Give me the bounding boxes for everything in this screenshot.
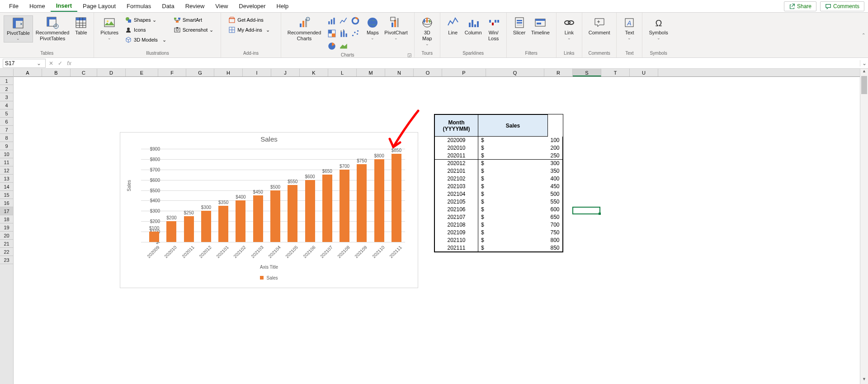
cell-currency[interactable]: $ [478,167,548,175]
table-row[interactable]: 202107$650 [435,213,563,221]
tab-view[interactable]: View [210,1,233,11]
column-header[interactable]: J [271,69,300,76]
column-header[interactable]: N [385,69,414,76]
row-header[interactable]: 17 [0,207,13,215]
cell-value[interactable]: 100 [548,137,563,144]
cell-currency[interactable]: $ [478,221,548,229]
cell-currency[interactable]: $ [478,183,548,190]
row-header[interactable]: 9 [0,142,13,150]
column-header[interactable]: T [601,69,630,76]
row-header[interactable]: 8 [0,134,13,142]
cell-value[interactable]: 450 [548,183,563,190]
table-row[interactable]: 202012$300 [435,160,563,167]
scatter-chart-icon[interactable] [351,29,360,38]
name-box[interactable]: ⌄ [3,59,46,68]
tab-formulas[interactable]: Formulas [121,1,156,11]
cell-currency[interactable]: $ [478,244,548,252]
cell-currency[interactable]: $ [478,206,548,213]
collapse-ribbon-icon[interactable]: ⌃ [862,33,865,38]
column-header[interactable]: G [186,69,214,76]
get-addins-button[interactable]: Get Add-ins [226,15,271,24]
formula-input[interactable] [74,60,860,66]
cell-value[interactable]: 300 [548,160,563,167]
cell-month[interactable]: 202108 [435,221,478,229]
row-header[interactable]: 21 [0,240,13,248]
cell-month[interactable]: 202109 [435,229,478,237]
sparkline-column-button[interactable]: Column [462,15,485,37]
cell-value[interactable]: 600 [548,206,563,213]
table-row[interactable]: 202101$350 [435,167,563,175]
icons-button[interactable]: Icons [123,25,168,34]
3d-models-button[interactable]: 3D Models⌄ [123,35,168,44]
row-header[interactable]: 14 [0,183,13,191]
column-header[interactable]: K [300,69,328,76]
cell-value[interactable]: 350 [548,167,563,175]
tab-review[interactable]: Review [180,1,210,11]
table-row[interactable]: 202011$250 [435,152,563,160]
cell-value[interactable]: 650 [548,213,563,221]
comments-button[interactable]: Comments [820,1,864,11]
column-header[interactable]: Q [486,69,544,76]
cell-month[interactable]: 202010 [435,144,478,152]
row-header[interactable]: 2 [0,85,13,93]
cell-currency[interactable]: $ [478,213,548,221]
table-button[interactable]: Table [72,15,90,37]
column-header[interactable]: C [71,69,97,76]
scrollbar-thumb[interactable] [861,76,867,94]
scroll-down-icon[interactable]: ▼ [860,377,868,384]
table-row[interactable]: 202102$400 [435,175,563,183]
charts-dialog-launcher[interactable]: ◲ [407,52,412,57]
row-header[interactable]: 11 [0,158,13,166]
cell-month[interactable]: 202106 [435,206,478,213]
row-header[interactable]: 7 [0,126,13,134]
cell-currency[interactable]: $ [478,190,548,198]
column-header[interactable]: M [357,69,385,76]
cancel-formula-icon[interactable]: ✕ [47,60,56,66]
column-header[interactable]: O [414,69,442,76]
row-header[interactable]: 1 [0,77,13,85]
table-row[interactable]: 202105$550 [435,198,563,206]
cell-currency[interactable]: $ [478,144,548,152]
cell-value[interactable]: 750 [548,229,563,237]
tab-file[interactable]: File [4,1,24,11]
cells-area[interactable]: Sales Sales $-$100$200$300$400$500$600$7… [14,77,860,384]
cell-month[interactable]: 202103 [435,183,478,190]
symbols-button[interactable]: ΩSymbols⌄ [646,15,670,42]
sparkline-line-button[interactable]: Line [444,15,462,37]
recommended-charts-button[interactable]: ? Recommended Charts [285,15,324,43]
row-header[interactable]: 10 [0,150,13,158]
recommended-pivot-button[interactable]: ? Recommended PivotTables [33,15,72,43]
row-header[interactable]: 23 [0,256,13,264]
cell-month[interactable]: 202104 [435,190,478,198]
tab-page-layout[interactable]: Page Layout [77,1,121,11]
table-row[interactable]: 202108$700 [435,221,563,229]
surface-chart-icon[interactable] [339,42,348,51]
row-header[interactable]: 12 [0,166,13,175]
cell-month[interactable]: 202111 [435,244,478,252]
table-row[interactable]: 202110$800 [435,237,563,244]
row-header[interactable]: 13 [0,175,13,183]
cell-currency[interactable]: $ [478,152,548,160]
text-button[interactable]: AText⌄ [620,15,638,42]
column-header[interactable]: P [442,69,486,76]
table-row[interactable]: 202106$600 [435,206,563,213]
maps-button[interactable]: Maps⌄ [363,15,382,42]
row-header[interactable]: 3 [0,93,13,101]
column-header[interactable]: B [42,69,71,76]
cell-value[interactable]: 850 [548,244,563,252]
comment-button[interactable]: Comment [586,15,613,37]
statistic-chart-icon[interactable] [339,29,348,38]
name-box-dropdown-icon[interactable]: ⌄ [35,60,43,66]
expand-formula-bar-icon[interactable]: ⌄ [860,60,868,66]
cell-value[interactable]: 200 [548,144,563,152]
row-header[interactable]: 5 [0,109,13,118]
row-header[interactable]: 20 [0,232,13,240]
tab-insert[interactable]: Insert [51,0,77,12]
table-row[interactable]: 202109$750 [435,229,563,237]
insert-function-icon[interactable]: fx [65,60,74,66]
pivot-chart-button[interactable]: PivotChart⌄ [382,15,410,42]
cell-month[interactable]: 202102 [435,175,478,183]
cell-currency[interactable]: $ [478,137,548,144]
name-box-input[interactable] [3,60,35,66]
cell-currency[interactable]: $ [478,237,548,244]
